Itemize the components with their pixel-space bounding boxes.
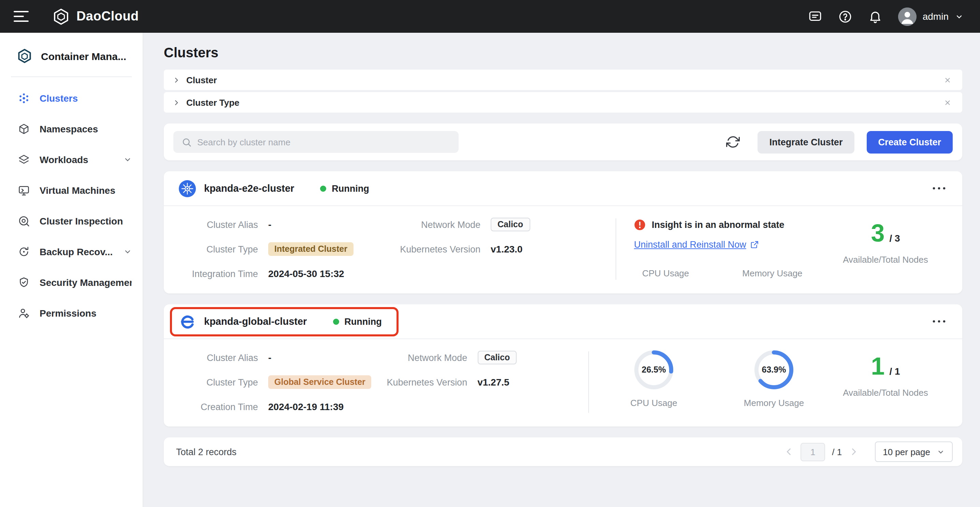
cluster-card-header: kpanda-global-cluster Running: [164, 304, 962, 339]
more-actions-button[interactable]: [929, 316, 948, 326]
help-icon[interactable]: [838, 9, 853, 24]
kubernetes-icon: [179, 180, 196, 197]
cluster-name-link[interactable]: kpanda-e2e-cluster: [204, 183, 294, 194]
app-root: DaoCloud: [0, 0, 980, 507]
page-number-input[interactable]: [800, 442, 825, 461]
topbar: DaoCloud: [0, 0, 980, 33]
sidebar: Container Mana... Clusters: [0, 33, 143, 507]
chevron-right-icon[interactable]: [173, 99, 180, 106]
cpu-usage-chart: 26.5% CPU Usage: [605, 350, 702, 408]
error-icon: [634, 219, 646, 230]
page-size-select[interactable]: 10 per page: [875, 442, 953, 462]
cluster-info-column-1: Cluster Alias - Cluster Type Global Serv…: [177, 350, 377, 414]
brand[interactable]: DaoCloud: [52, 7, 139, 25]
sidebar-item-backup-recovery[interactable]: Backup Recov...: [0, 236, 143, 267]
sidebar-item-cluster-inspection[interactable]: Cluster Inspection: [0, 205, 143, 236]
chevron-down-icon: [955, 12, 964, 21]
main-content: Clusters Cluster Cluster Type: [143, 33, 980, 507]
filter-row-cluster-type: Cluster Type: [164, 92, 962, 113]
memory-usage-label: Memory Usage: [725, 398, 822, 408]
memory-usage-label: Memory Usage: [742, 268, 802, 278]
sidebar-item-namespaces[interactable]: Namespaces: [0, 113, 143, 144]
cluster-info-column-2: Network Mode Calico Kubernetes Version v…: [390, 217, 616, 257]
cluster-info-column-1: Cluster Alias - Cluster Type Integrated …: [177, 217, 390, 281]
status-dot: [333, 318, 339, 324]
network-mode-badge: Calico: [477, 351, 517, 364]
sidebar-item-workloads[interactable]: Workloads: [0, 144, 143, 175]
cluster-alias-value: -: [268, 352, 271, 363]
nodes-caption: Available/Total Nodes: [822, 388, 948, 398]
total-records: Total 2 records: [176, 447, 237, 457]
pager: / 1 10 per page: [784, 442, 953, 462]
sidebar-item-clusters[interactable]: Clusters: [0, 83, 143, 113]
avatar: [898, 7, 916, 25]
backup-recovery-icon: [18, 245, 30, 257]
available-nodes-count: 1: [871, 353, 885, 380]
chevron-down-icon: [937, 448, 945, 456]
next-page-button[interactable]: [849, 447, 858, 456]
total-nodes-count: / 1: [889, 366, 900, 377]
external-link-icon: [750, 240, 759, 249]
usage-labels: CPU Usage Memory Usage: [634, 268, 822, 278]
search-box: [173, 131, 458, 153]
search-icon: [181, 137, 192, 147]
close-icon[interactable]: [944, 99, 951, 106]
close-icon[interactable]: [944, 76, 951, 84]
chevron-right-icon[interactable]: [173, 76, 180, 84]
pagination-bar: Total 2 records / 1 10 per page: [164, 437, 962, 466]
user-gear-icon: [18, 307, 30, 319]
cluster-identity-annotation: kpanda-global-cluster Running: [170, 307, 399, 336]
nodes-caption: Available/Total Nodes: [822, 254, 948, 265]
cpu-usage-label: CPU Usage: [605, 398, 702, 408]
integrate-cluster-button[interactable]: Integrate Cluster: [758, 131, 854, 153]
page-count: / 1: [832, 447, 842, 457]
filter-label: Cluster: [186, 75, 217, 85]
namespaces-icon: [18, 122, 30, 135]
menu-toggle-button[interactable]: [14, 11, 29, 22]
cluster-identity: kpanda-e2e-cluster Running: [179, 180, 369, 197]
chevron-down-icon[interactable]: [124, 155, 132, 164]
prev-page-button[interactable]: [784, 447, 794, 456]
network-mode-badge: Calico: [491, 218, 530, 231]
toolbar-actions: Integrate Cluster Create Cluster: [727, 131, 953, 153]
user-menu[interactable]: admin: [898, 7, 964, 25]
status-dot: [320, 185, 326, 191]
module-switcher[interactable]: Container Mana...: [0, 33, 143, 76]
page-title: Clusters: [164, 45, 962, 61]
cluster-alias-value: -: [268, 219, 271, 230]
cpu-usage-label: CPU Usage: [642, 268, 689, 278]
insight-alert-text: Insight is in an abnormal state: [652, 220, 784, 230]
ellipsis-icon: [932, 319, 946, 323]
creation-time-value: 2024-02-19 11:39: [268, 401, 344, 412]
memory-usage-chart: 63.9% Memory Usage: [725, 350, 822, 408]
filter-row-cluster: Cluster: [164, 70, 962, 90]
uninstall-reinstall-link[interactable]: Uninstall and Reinstall Now: [634, 240, 759, 250]
total-nodes-count: / 3: [889, 233, 900, 243]
module-title: Container Mana...: [41, 50, 126, 62]
sidebar-nav: Clusters Namespaces Wo: [0, 83, 143, 328]
sidebar-item-security-management[interactable]: Security Management: [0, 267, 143, 297]
search-input[interactable]: [197, 137, 450, 147]
refresh-button[interactable]: [727, 135, 740, 149]
filter-label: Cluster Type: [186, 97, 240, 108]
usage-charts: 26.5% CPU Usage 63.9% Memory Usage: [589, 350, 822, 408]
chevron-down-icon[interactable]: [124, 247, 132, 256]
brand-name: DaoCloud: [76, 9, 139, 24]
integration-time-value: 2024-05-30 15:32: [268, 268, 344, 279]
notifications-bell-icon[interactable]: [868, 9, 882, 24]
kubernetes-version-value: v1.27.5: [477, 377, 509, 388]
ellipsis-icon: [932, 186, 946, 191]
messages-icon[interactable]: [808, 9, 822, 24]
more-actions-button[interactable]: [929, 184, 948, 193]
cluster-card-kpanda-e2e-cluster: kpanda-e2e-cluster Running Cluster Alias…: [164, 171, 962, 293]
create-cluster-button[interactable]: Create Cluster: [866, 131, 953, 153]
workloads-icon: [18, 153, 30, 165]
cluster-inspection-icon: [18, 215, 30, 227]
cluster-card-body: Cluster Alias - Cluster Type Integrated …: [164, 206, 962, 293]
sidebar-item-virtual-machines[interactable]: Virtual Machines: [0, 175, 143, 205]
cluster-name-link[interactable]: kpanda-global-cluster: [204, 316, 307, 327]
sidebar-item-permissions[interactable]: Permissions: [0, 297, 143, 328]
status-badge: Running: [333, 316, 382, 326]
divider: [11, 76, 132, 77]
cluster-type-badge: Global Service Cluster: [268, 375, 372, 389]
